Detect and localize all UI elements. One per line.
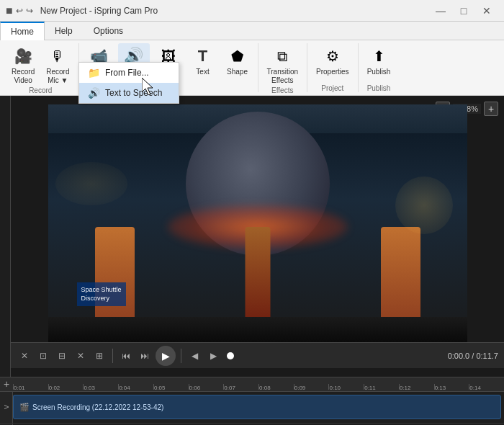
transport-sep1 xyxy=(112,349,113,363)
video-preview: Space Shuttle Discovery xyxy=(48,104,467,342)
timeline-ruler: + 0:01 0:02 0:03 0:04 0:05 0:06 0:07 0:0… xyxy=(0,377,504,392)
shape-icon: ⬟ xyxy=(226,45,249,68)
skip-back-button[interactable]: ⏮ xyxy=(118,348,134,364)
ribbon-group-publish: ⬆ Publish Publish xyxy=(359,43,400,92)
text-label: Text xyxy=(196,68,209,76)
window-title: New Project - iSpring Cam Pro xyxy=(40,6,158,16)
text-icon: T xyxy=(192,45,215,68)
audio-dropdown-menu: 📁 From File... 🔊 Text to Speech xyxy=(78,62,179,104)
title-bar-left: ■ ↩ ↪ New Project - iSpring Cam Pro xyxy=(6,4,158,17)
ribbon-group-effects: ⧉ TransitionEffects Effects xyxy=(258,43,308,92)
text-to-speech-icon: 🔊 xyxy=(88,87,99,99)
video-track-content[interactable]: 🎬 Screen Recording (22.12.2022 12-53-42) xyxy=(13,392,504,423)
publish-label: Publish xyxy=(367,68,391,76)
play-button[interactable]: ▶ xyxy=(156,346,176,366)
prev-frame-button[interactable]: ◀ xyxy=(186,348,202,364)
video-background: Space Shuttle Discovery xyxy=(48,104,467,342)
preview-area: − 48.8% + xyxy=(11,96,504,377)
from-file-icon: 📁 xyxy=(88,67,99,79)
time-display: 0:00.0 / 0:11.7 xyxy=(448,352,498,360)
record-video-label: RecordVideo xyxy=(12,68,35,85)
video-label: Space Shuttle Discovery xyxy=(77,282,126,306)
scrubber-playhead[interactable] xyxy=(227,352,234,359)
text-button[interactable]: T Text xyxy=(187,43,219,78)
tick-10: 0:11 xyxy=(364,384,399,390)
ribbon-group-project: ⚙ Properties Project xyxy=(307,43,359,92)
text-to-speech-item[interactable]: 🔊 Text to Speech xyxy=(79,83,179,103)
transition-button[interactable]: ⧉ TransitionEffects xyxy=(263,43,303,86)
tick-9: 0:10 xyxy=(328,384,364,390)
tick-8: 0:09 xyxy=(294,384,329,390)
transport-bar: ✕ ⊡ ⊟ ✕ ⊞ ⏮ ⏭ ▶ ◀ ▶ 0:00.0 / 0:11.7 xyxy=(11,342,504,368)
tick-0: 0:01 xyxy=(13,384,48,390)
cut-button[interactable]: ✕ xyxy=(17,348,32,364)
transition-label: TransitionEffects xyxy=(267,68,299,85)
transition-icon: ⧉ xyxy=(271,45,294,68)
tick-12: 0:13 xyxy=(434,384,469,390)
tab-options[interactable]: Options xyxy=(84,22,134,40)
tick-7: 0:08 xyxy=(258,384,294,390)
main-area: − 48.8% + xyxy=(0,96,504,377)
quick-access-icon1[interactable]: ■ xyxy=(6,4,13,17)
properties-icon: ⚙ xyxy=(321,45,344,68)
redo-icon[interactable]: ↪ xyxy=(26,6,33,16)
publish-button[interactable]: ⬆ Publish xyxy=(363,43,395,78)
undo-icon[interactable]: ↩ xyxy=(16,6,23,16)
properties-label: Properties xyxy=(316,68,349,76)
tab-home[interactable]: Home xyxy=(0,22,45,40)
transport-sep2 xyxy=(181,349,181,363)
publish-group-label: Publish xyxy=(367,84,391,92)
add-track-button[interactable]: + xyxy=(1,379,12,389)
tick-2: 0:03 xyxy=(83,384,118,390)
tick-13: 0:14 xyxy=(469,384,504,390)
video-label-line2: Discovery xyxy=(81,294,122,303)
text-to-speech-label: Text to Speech xyxy=(105,88,162,98)
close-button[interactable]: ✕ xyxy=(475,0,498,22)
record-video-button[interactable]: 🎥 RecordVideo xyxy=(7,43,39,86)
delete-button[interactable]: ✕ xyxy=(73,348,89,364)
video-track: V 🎬 Screen Recording (22.12.2022 12-53-4… xyxy=(0,392,504,424)
ribbon: Home Help Options 🎥 RecordVideo 🎙 Record… xyxy=(0,22,504,96)
title-bar-controls: — □ ✕ xyxy=(429,0,498,22)
tick-11: 0:12 xyxy=(399,384,434,390)
next-frame-button[interactable]: ▶ xyxy=(205,348,221,364)
split-button[interactable]: ⊞ xyxy=(91,348,107,364)
video-clip[interactable]: 🎬 Screen Recording (22.12.2022 12-53-42) xyxy=(13,395,501,419)
skip-fwd-button[interactable]: ⏭ xyxy=(137,348,153,364)
left-panel xyxy=(0,96,11,377)
publish-group-items: ⬆ Publish xyxy=(363,43,395,78)
record-group-label: Record xyxy=(29,86,52,94)
video-clip-label: Screen Recording (22.12.2022 12-53-42) xyxy=(32,403,163,411)
paste-button[interactable]: ⊟ xyxy=(54,348,70,364)
tick-5: 0:06 xyxy=(189,384,224,390)
record-video-icon: 🎥 xyxy=(12,45,35,68)
from-file-item[interactable]: 📁 From File... xyxy=(79,63,179,83)
video-label-line1: Space Shuttle xyxy=(81,285,122,295)
from-file-label: From File... xyxy=(105,68,149,78)
timeline-area: + 0:01 0:02 0:03 0:04 0:05 0:06 0:07 0:0… xyxy=(0,377,504,425)
minimize-button[interactable]: — xyxy=(429,0,452,22)
record-mic-button[interactable]: 🎙 RecordMic ▼ xyxy=(42,43,73,86)
properties-button[interactable]: ⚙ Properties xyxy=(312,43,354,78)
copy-button[interactable]: ⊡ xyxy=(35,348,51,364)
video-clip-icon: 🎬 xyxy=(19,403,30,412)
publish-icon: ⬆ xyxy=(367,45,390,68)
tick-1: 0:02 xyxy=(48,384,84,390)
effects-group-items: ⧉ TransitionEffects xyxy=(263,43,303,86)
ruler-ticks: 0:01 0:02 0:03 0:04 0:05 0:06 0:07 0:08 … xyxy=(13,377,504,391)
shape-button[interactable]: ⬟ Shape xyxy=(222,43,253,78)
tab-help[interactable]: Help xyxy=(45,22,84,40)
maximize-button[interactable]: □ xyxy=(452,0,475,22)
tick-3: 0:04 xyxy=(118,384,153,390)
ribbon-content: 🎥 RecordVideo 🎙 RecordMic ▼ Record 📹 Vid… xyxy=(0,40,504,95)
project-group-label: Project xyxy=(321,84,343,92)
effects-group-label: Effects xyxy=(271,86,293,94)
zoom-in-button[interactable]: + xyxy=(484,102,498,116)
record-group-items: 🎥 RecordVideo 🎙 RecordMic ▼ xyxy=(7,43,74,86)
ribbon-group-record: 🎥 RecordVideo 🎙 RecordMic ▼ Record xyxy=(3,43,79,92)
tick-4: 0:05 xyxy=(153,384,189,390)
ribbon-tabs: Home Help Options xyxy=(0,22,504,40)
shape-label: Shape xyxy=(227,68,248,76)
record-mic-label: RecordMic ▼ xyxy=(46,68,69,85)
record-mic-icon: 🎙 xyxy=(46,45,69,68)
